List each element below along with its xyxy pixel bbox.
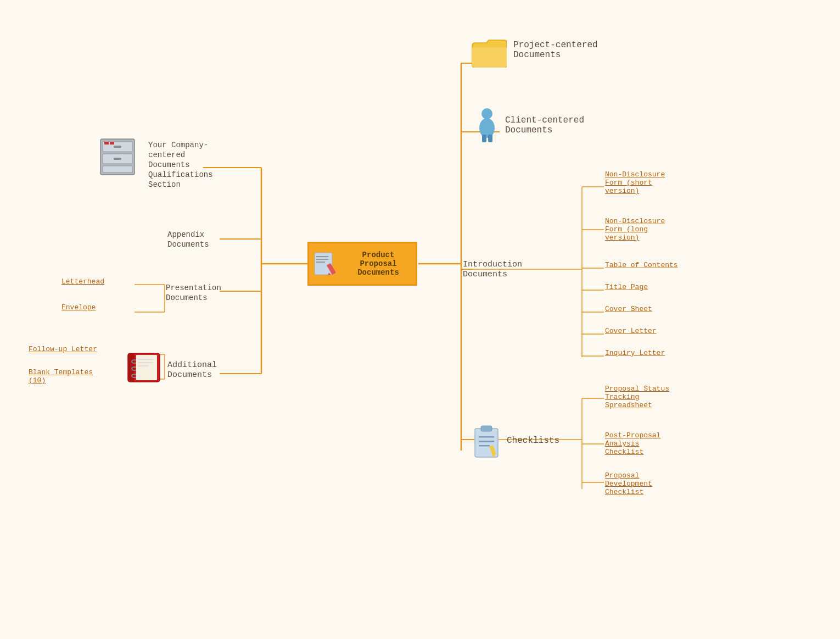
svg-rect-43 (481, 426, 492, 431)
introduction-label: Introduction Documents (463, 259, 522, 279)
svg-rect-40 (482, 135, 486, 142)
svg-point-38 (481, 108, 492, 119)
svg-rect-62 (136, 355, 157, 380)
cover-sheet-label[interactable]: Cover Sheet (605, 305, 652, 313)
svg-rect-44 (479, 436, 494, 438)
person-icon (475, 107, 500, 146)
svg-rect-56 (110, 142, 114, 145)
center-node: Product Proposal Documents (307, 242, 417, 286)
envelope-label[interactable]: Envelope (61, 303, 96, 312)
filing-cabinet-icon (96, 136, 140, 180)
proposal-tracking-label[interactable]: Proposal Status Tracking Spreadsheet (605, 385, 669, 409)
company-centered-label: Your Company- centered Documents Qualifi… (148, 140, 213, 190)
followup-letter-label[interactable]: Follow-up Letter (29, 345, 97, 353)
checklists-label: Checklists (507, 436, 559, 446)
table-of-contents-label[interactable]: Table of Contents (605, 261, 678, 269)
project-centered-label: Project-centered Documents (513, 40, 598, 60)
svg-point-39 (479, 118, 495, 138)
blank-templates-label[interactable]: Blank Templates (10) (29, 368, 93, 385)
center-node-label: Product Proposal Documents (345, 251, 411, 277)
folder-icon (471, 37, 507, 70)
proposal-dev-label[interactable]: Proposal Development Checklist (605, 471, 652, 496)
title-page-label[interactable]: Title Page (605, 283, 648, 291)
post-proposal-label[interactable]: Post-Proposal Analysis Checklist (605, 431, 660, 456)
svg-rect-33 (316, 256, 328, 257)
presentation-label: Presentation Documents (166, 283, 221, 303)
nda-long-label[interactable]: Non-Disclosure Form (long version) (605, 217, 665, 242)
connector-lines (0, 0, 840, 639)
svg-rect-53 (114, 146, 121, 148)
svg-rect-45 (479, 441, 494, 442)
svg-rect-54 (114, 158, 121, 160)
letterhead-label[interactable]: Letterhead (61, 277, 104, 286)
binder-icon (125, 351, 164, 387)
inquiry-letter-label[interactable]: Inquiry Letter (605, 349, 665, 357)
svg-rect-63 (138, 359, 153, 360)
additional-docs-label: Additional Documents (167, 360, 217, 380)
svg-rect-65 (138, 365, 149, 366)
checklist-icon (472, 424, 502, 463)
mind-map-diagram: Product Proposal Documents Project-cente… (0, 0, 840, 639)
svg-rect-52 (103, 166, 132, 173)
svg-rect-46 (479, 445, 490, 447)
client-centered-label: Client-centered Documents (505, 115, 584, 135)
svg-rect-34 (316, 259, 328, 260)
svg-rect-41 (488, 135, 492, 142)
nda-short-label[interactable]: Non-Disclosure Form (short version) (605, 170, 665, 195)
cover-letter-label[interactable]: Cover Letter (605, 327, 657, 335)
svg-rect-35 (316, 262, 325, 263)
svg-rect-64 (138, 362, 153, 363)
appendix-label: Appendix Documents (167, 230, 209, 249)
svg-rect-55 (104, 142, 109, 145)
document-pen-icon (313, 252, 341, 276)
